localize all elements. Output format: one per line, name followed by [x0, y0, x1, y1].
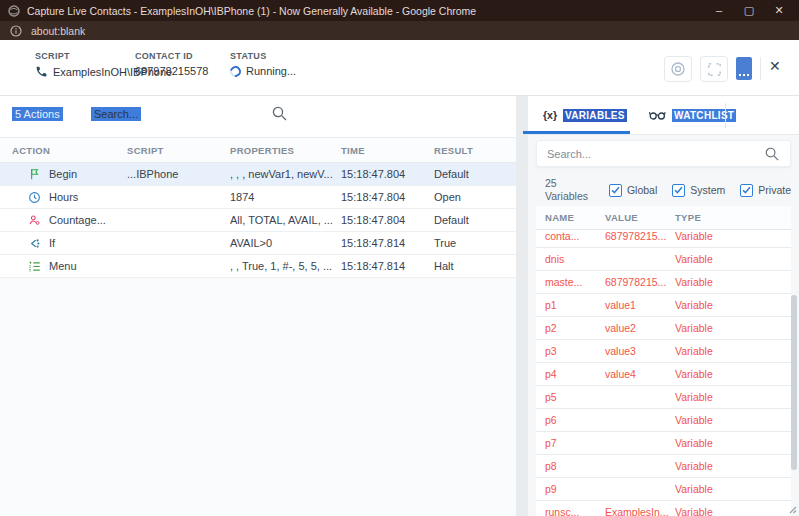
action-name: Countage...	[49, 214, 106, 226]
variable-name: p7	[545, 437, 605, 449]
browser-titlebar: Capture Live Contacts - ExamplesInOH\IBP…	[0, 0, 799, 21]
col-type: TYPE	[675, 212, 791, 223]
checkbox-private[interactable]	[740, 184, 753, 197]
variable-value: value3	[605, 345, 675, 357]
col-script: SCRIPT	[127, 145, 230, 156]
filter-system-label: System	[690, 184, 725, 196]
variable-row[interactable]: conta... 687978215... Variable	[536, 230, 791, 248]
address-bar[interactable]: about:blank	[0, 21, 799, 40]
close-capture-button[interactable]: ✕	[769, 59, 781, 73]
check-icon	[611, 186, 620, 194]
variable-row[interactable]: p1 value1 Variable	[536, 294, 791, 317]
variable-name: p2	[545, 322, 605, 334]
search-icon[interactable]	[271, 105, 288, 122]
variables-table-body: conta... 687978215... Variable dnis Vari…	[536, 230, 791, 516]
search-icon[interactable]	[764, 146, 780, 162]
stop-capture-button[interactable]	[664, 56, 692, 82]
variable-name: conta...	[545, 230, 605, 242]
dock-panel-button[interactable]	[736, 57, 752, 80]
variable-row[interactable]: p7 Variable	[536, 432, 791, 455]
variable-row[interactable]: p8 Variable	[536, 455, 791, 478]
filter-private[interactable]: Private	[740, 184, 791, 197]
action-properties: All, TOTAL, AVAIL, ...	[230, 214, 341, 226]
variable-row[interactable]: p3 value3 Variable	[536, 340, 791, 363]
resize-grip-icon[interactable]	[787, 504, 797, 514]
maximize-button[interactable]: ▢	[743, 5, 755, 16]
action-properties: , , True, 1, #-, 5, 5, ...	[230, 260, 341, 272]
filter-global-label: Global	[627, 184, 657, 196]
variable-row[interactable]: runsc... ExamplesIn... Variable	[536, 501, 791, 516]
action-result: True	[434, 237, 516, 249]
tabs-divider	[725, 103, 726, 128]
variable-value: value1	[605, 299, 675, 311]
action-row-begin[interactable]: Begin ...IBPhone , , , newVar1, newV... …	[0, 163, 516, 186]
col-action: ACTION	[0, 145, 127, 156]
variable-row[interactable]: maste... 687978215... Variable	[536, 271, 791, 294]
action-name: If	[49, 237, 55, 249]
variable-row[interactable]: p2 value2 Variable	[536, 317, 791, 340]
variable-type: Variable	[675, 437, 791, 449]
action-row-if[interactable]: If AVAIL>0 15:18:47.814 True	[0, 232, 516, 255]
variables-scrollbar[interactable]	[791, 295, 797, 470]
variables-search-box[interactable]: Search...	[536, 140, 791, 167]
filter-private-label: Private	[758, 184, 791, 196]
flag-icon	[28, 167, 41, 181]
contact-id-label: CONTACT ID	[135, 51, 208, 61]
variable-type: Variable	[675, 391, 791, 403]
clock-icon	[28, 191, 41, 204]
main-content: 5 Actions Search... ACTION SCRIPT PROPER…	[0, 96, 799, 516]
phone-icon	[35, 65, 48, 78]
checkbox-global[interactable]	[609, 184, 622, 197]
action-name: Begin	[49, 168, 77, 180]
variable-type: Variable	[675, 506, 791, 516]
filter-global[interactable]: Global	[609, 184, 657, 197]
contact-id-value: 687978215578	[135, 65, 208, 77]
checkbox-system[interactable]	[672, 184, 685, 197]
action-row-menu[interactable]: Menu , , True, 1, #-, 5, 5, ... 15:18:47…	[0, 255, 516, 278]
tab-watchlist[interactable]: WATCHLIST	[645, 96, 740, 134]
url-text[interactable]: about:blank	[31, 25, 85, 37]
variables-icon: {x}	[543, 109, 557, 121]
contact-id-info: CONTACT ID 687978215578	[135, 51, 208, 77]
variable-name: p8	[545, 460, 605, 472]
variable-row[interactable]: p4 value4 Variable	[536, 363, 791, 386]
variable-name: p4	[545, 368, 605, 380]
scope-filters: Global System	[609, 184, 791, 197]
variable-row[interactable]: dnis Variable	[536, 248, 791, 271]
panel-splitter[interactable]	[516, 96, 528, 516]
tab-variables[interactable]: {x} VARIABLES	[528, 96, 630, 134]
page-info-icon[interactable]	[10, 25, 22, 37]
minimize-button[interactable]: –	[713, 5, 725, 16]
variable-type: Variable	[675, 460, 791, 472]
variable-type: Variable	[675, 322, 791, 334]
action-result: Halt	[434, 260, 516, 272]
variables-table-header: NAME VALUE TYPE	[536, 206, 791, 230]
expand-button[interactable]	[700, 56, 728, 82]
close-window-button[interactable]: ✕	[773, 5, 785, 16]
actions-empty-area	[0, 278, 516, 516]
variables-panel: {x} VARIABLES WATCHLIST Search...	[528, 96, 799, 516]
stop-circle-icon	[670, 61, 686, 77]
filter-system[interactable]: System	[672, 184, 725, 197]
variable-row[interactable]: p9 Variable	[536, 478, 791, 501]
actions-panel: 5 Actions Search... ACTION SCRIPT PROPER…	[0, 96, 516, 516]
variable-row[interactable]: p5 Variable	[536, 386, 791, 409]
variable-row[interactable]: p6 Variable	[536, 409, 791, 432]
variable-name: p6	[545, 414, 605, 426]
action-row-countage[interactable]: Countage... All, TOTAL, AVAIL, ... 15:18…	[0, 209, 516, 232]
actions-search-input[interactable]: Search...	[91, 107, 141, 121]
person-count-icon	[28, 214, 41, 227]
variable-type: Variable	[675, 414, 791, 426]
variable-name: maste...	[545, 276, 605, 288]
action-properties: 1874	[230, 191, 341, 203]
variables-tabs: {x} VARIABLES WATCHLIST	[528, 96, 799, 135]
action-row-hours[interactable]: Hours 1874 15:18:47.804 Open	[0, 186, 516, 209]
action-result: Open	[434, 191, 516, 203]
numbered-list-icon	[28, 260, 41, 273]
variables-search-placeholder: Search...	[547, 148, 764, 160]
variable-name: p3	[545, 345, 605, 357]
col-result: RESULT	[434, 145, 516, 156]
action-script: ...IBPhone	[127, 168, 230, 180]
variable-type: Variable	[675, 299, 791, 311]
variables-count: 25 Variables	[545, 177, 588, 203]
